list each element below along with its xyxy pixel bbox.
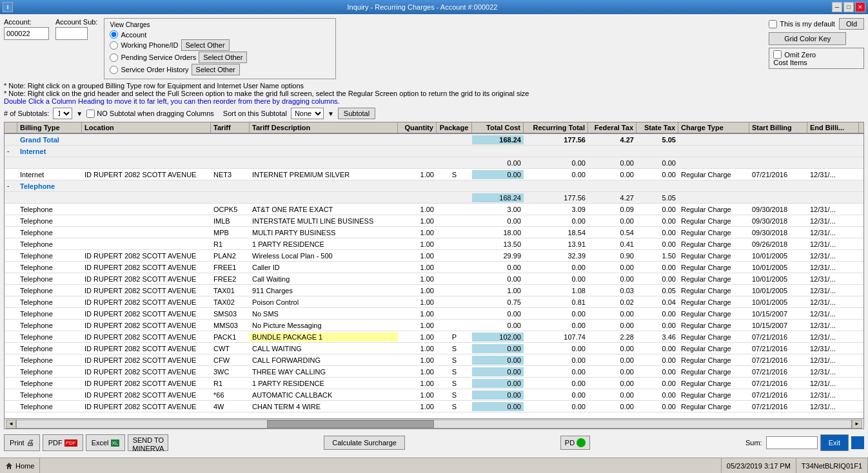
default-checkbox-row: This is my default <box>769 20 835 28</box>
ig-rec <box>524 151 588 152</box>
grand-total-row: Grand Total 168.24 177.56 4.27 5.05 <box>5 134 863 146</box>
horizontal-scrollbar-area: ◄ ► <box>5 418 863 429</box>
scroll-left-arrow[interactable]: ◄ <box>6 420 16 429</box>
title-bar: I Inquiry - Recurring Charges - Account … <box>0 0 868 14</box>
select-other-phone-button[interactable]: Select Other <box>181 39 230 51</box>
header-tariff-desc[interactable]: Tariff Description <box>250 122 398 133</box>
pd-label: PD <box>565 439 575 447</box>
phone-radio-label: Working Phone/ID <box>121 41 178 49</box>
view-charges-pending-row: Pending Service Orders Select Other <box>110 52 330 63</box>
print-button[interactable]: Print 🖨 <box>4 434 40 451</box>
header-total-cost[interactable]: Total Cost <box>472 122 524 133</box>
ts-end <box>807 197 859 198</box>
history-radio-label: Service Order History <box>121 66 188 73</box>
is-ct <box>678 162 749 164</box>
account-sub-label: Account Sub: <box>55 18 97 26</box>
pdf-button[interactable]: PDF PDF <box>43 434 83 451</box>
ts-label <box>17 197 82 198</box>
id1-rec: 0.00 <box>524 170 588 179</box>
ts-ct <box>678 197 749 198</box>
account-input[interactable] <box>4 27 49 40</box>
header-expand <box>5 122 17 133</box>
account-section: Account: Account Sub: <box>4 18 97 40</box>
tel-row-5: Telephone ID RUPERT 2082 SCOTT AVENUE PL… <box>5 250 863 262</box>
header-state-tax[interactable]: State Tax <box>636 122 678 133</box>
history-radio[interactable] <box>110 66 118 74</box>
note1: * Note: Right click on a grouped Billing… <box>4 82 864 90</box>
send-to-minerva-button[interactable]: SEND TOMINERVA <box>128 434 168 451</box>
minimize-button[interactable]: ─ <box>832 2 842 12</box>
is-tariff <box>211 162 250 164</box>
maximize-button[interactable]: □ <box>843 2 854 12</box>
select-other-history-button[interactable]: Select Other <box>192 64 240 75</box>
default-label: This is my default <box>780 20 835 28</box>
home-button[interactable]: Home <box>0 458 40 473</box>
no-subtotal-checkbox[interactable] <box>86 110 95 118</box>
tel-row-17: Telephone ID RUPERT 2082 SCOTT AVENUE *6… <box>5 389 863 401</box>
header-package[interactable]: Package <box>437 122 472 133</box>
gt-start <box>749 139 807 140</box>
header-federal-tax[interactable]: Federal Tax <box>588 122 636 133</box>
pd-status-indicator <box>577 438 586 447</box>
header-end-billing[interactable]: End Billi... <box>807 122 859 133</box>
grid-body[interactable]: Grand Total 168.24 177.56 4.27 5.05 - In… <box>5 134 863 418</box>
subtotal-button[interactable]: Subtotal <box>338 108 375 119</box>
main-content: Account: Account Sub: View Charges Accou… <box>0 14 868 458</box>
close-button[interactable]: ✕ <box>855 2 865 12</box>
horizontal-scrollbar[interactable] <box>16 420 852 429</box>
header-recurring[interactable]: Recurring Total <box>524 122 588 133</box>
tg-tariff <box>211 186 250 187</box>
tel-row-8: Telephone ID RUPERT 2082 SCOTT AVENUE TA… <box>5 285 863 296</box>
tg-state <box>636 186 678 187</box>
telephone-expand-btn[interactable]: - <box>5 182 17 190</box>
header-location[interactable]: Location <box>82 122 211 133</box>
pd-button[interactable]: PD <box>560 436 590 450</box>
exit-button[interactable]: Exit <box>820 434 849 451</box>
phone-radio[interactable] <box>110 41 118 50</box>
account-radio[interactable] <box>110 30 118 39</box>
is-fed: 0.00 <box>588 159 636 168</box>
calculate-surcharge-button[interactable]: Calculate Surcharge <box>324 436 405 450</box>
tg-start <box>749 186 807 187</box>
account-label: Account: <box>4 18 49 26</box>
num-subtotals-select[interactable]: 123 <box>53 108 72 119</box>
title-bar-title: Inquiry - Recurring Charges - Account #:… <box>13 3 832 11</box>
sort-select[interactable]: None <box>291 108 324 119</box>
internet-group-row[interactable]: - Internet <box>5 146 863 157</box>
header-billing-type[interactable]: Billing Type <box>17 122 82 133</box>
scroll-right-arrow[interactable]: ► <box>852 420 862 429</box>
select-other-pending-button[interactable]: Select Other <box>199 52 247 63</box>
ts-start <box>749 197 807 198</box>
gt-recurring: 177.56 <box>524 135 588 144</box>
header-quantity[interactable]: Quantity <box>398 122 437 133</box>
header-charge-type[interactable]: Charge Type <box>678 122 749 133</box>
svg-marker-0 <box>6 463 12 469</box>
id1-total: 0.00 <box>472 170 524 179</box>
header-tariff[interactable]: Tariff <box>211 122 250 133</box>
tel-row-3: Telephone MPB MULTI PARTY BUSINESS 1.00 … <box>5 227 863 238</box>
internet-expand-btn[interactable]: - <box>5 147 17 155</box>
tg-rec <box>524 186 588 187</box>
scrollbar-thumb[interactable] <box>267 420 434 428</box>
gt-state: 5.05 <box>636 135 678 144</box>
gt-location <box>82 139 211 140</box>
printer-icon: 🖨 <box>26 438 34 447</box>
grid-color-key-button[interactable]: Grid Color Key <box>769 32 846 45</box>
tg-end <box>807 186 859 187</box>
internet-group-label: Internet <box>17 147 82 156</box>
title-bar-controls: ─ □ ✕ <box>832 2 865 12</box>
is-end <box>807 162 859 164</box>
default-checkbox[interactable] <box>769 20 777 28</box>
pending-radio[interactable] <box>110 53 118 62</box>
exit-indicator <box>851 436 864 449</box>
header-start-billing[interactable]: Start Billing <box>749 122 807 133</box>
telephone-group-row[interactable]: - Telephone <box>5 180 863 192</box>
excel-button[interactable]: Excel XL <box>86 434 126 451</box>
old-button[interactable]: Old <box>839 18 864 30</box>
omit-zero-checkbox[interactable] <box>773 50 782 59</box>
home-label: Home <box>15 462 34 470</box>
account-sub-input[interactable] <box>55 27 88 40</box>
ig-qty <box>398 151 437 152</box>
num-subtotals-label: # of Subtotals: <box>4 110 49 117</box>
bottom-toolbar: Print 🖨 PDF PDF Excel XL SEND TOMINERVA … <box>4 432 864 454</box>
